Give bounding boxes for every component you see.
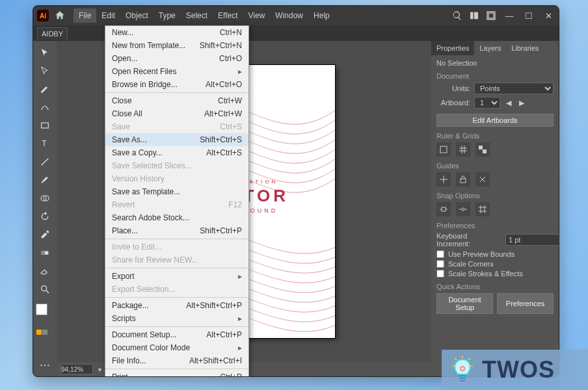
titlebar: Ai File Edit Object Type Select Effect V…	[33, 6, 559, 25]
eraser-tool[interactable]	[37, 263, 53, 279]
svg-rect-15	[483, 150, 487, 153]
search-icon[interactable]	[452, 10, 462, 21]
panel-layout-icon[interactable]	[469, 10, 479, 21]
file-menu-item[interactable]: Document Color Mode▸	[105, 341, 248, 354]
document-setup-button[interactable]: Document Setup	[436, 293, 493, 314]
snap-point-icon[interactable]	[456, 202, 470, 216]
scale-corners-checkbox[interactable]	[436, 260, 444, 268]
scale-strokes-checkbox[interactable]	[436, 270, 444, 278]
svg-rect-17	[442, 207, 446, 211]
svg-point-20	[462, 208, 464, 211]
file-menu-item[interactable]: Scripts▸	[105, 312, 248, 325]
eyedropper-tool[interactable]	[37, 227, 53, 242]
menu-window[interactable]: Window	[270, 8, 308, 23]
rectangle-tool[interactable]	[37, 118, 53, 133]
zoom-tool[interactable]	[37, 281, 53, 297]
paintbrush-tool[interactable]	[37, 172, 53, 188]
kb-increment-label: Keyboard Increment:	[436, 232, 501, 248]
minimize-icon[interactable]: —	[503, 9, 516, 22]
edit-toolbar-icon[interactable]: ⋯	[37, 357, 53, 372]
artboard-prev-icon[interactable]: ◀	[504, 98, 513, 107]
rotate-tool[interactable]	[37, 209, 53, 224]
ai-logo-icon: Ai	[37, 10, 49, 21]
section-preferences: Preferences	[436, 222, 554, 229]
file-menu-item[interactable]: Package...Alt+Shift+Ctrl+P	[105, 299, 248, 312]
menu-type[interactable]: Type	[154, 8, 181, 23]
svg-text:T: T	[42, 139, 47, 148]
file-menu-item: RevertF12	[105, 198, 248, 211]
menu-select[interactable]: Select	[181, 8, 213, 23]
file-menu-item[interactable]: Document Setup...Alt+Ctrl+P	[105, 328, 248, 341]
file-menu-item[interactable]: Browse in Bridge...Alt+Ctrl+O	[105, 78, 248, 91]
section-document: Document	[436, 72, 554, 80]
svg-rect-10	[42, 251, 45, 254]
lightbulb-icon	[448, 354, 477, 385]
transparency-grid-icon[interactable]	[475, 142, 490, 157]
direct-selection-tool[interactable]	[37, 63, 53, 79]
home-icon[interactable]	[54, 10, 66, 21]
file-menu-item[interactable]: Place...Shift+Ctrl+P	[105, 224, 248, 237]
preview-bounds-checkbox[interactable]	[436, 250, 444, 258]
fill-stroke-swatch[interactable]	[36, 304, 54, 322]
svg-rect-14	[479, 146, 483, 150]
shape-builder-tool[interactable]	[37, 190, 53, 206]
units-label: Units:	[436, 84, 470, 92]
gradient-tool[interactable]	[37, 245, 53, 261]
lock-guides-icon[interactable]	[456, 172, 470, 187]
svg-rect-4	[42, 123, 49, 128]
tab-layers[interactable]: Layers	[474, 41, 506, 55]
menu-file[interactable]: File	[74, 8, 96, 23]
curvature-tool[interactable]	[37, 99, 53, 115]
zoom-input[interactable]	[60, 364, 93, 374]
file-menu-item[interactable]: Save As...Shift+Ctrl+S	[105, 133, 248, 146]
preferences-button[interactable]: Preferences	[497, 293, 554, 314]
panel-tabs: Properties Layers Libraries	[431, 41, 559, 55]
file-menu-item[interactable]: CloseCtrl+W	[105, 94, 248, 107]
units-select[interactable]: Points	[474, 83, 554, 94]
file-menu-item[interactable]: New...Ctrl+N	[105, 26, 248, 39]
maximize-icon[interactable]: ☐	[522, 9, 535, 22]
ruler-icon[interactable]	[436, 142, 451, 157]
tab-properties[interactable]: Properties	[431, 41, 474, 55]
smart-guides-icon[interactable]	[475, 172, 490, 187]
tab-libraries[interactable]: Libraries	[506, 41, 544, 55]
snap-pixel-icon[interactable]	[436, 202, 451, 216]
menu-object[interactable]: Object	[120, 8, 154, 23]
menubar: File Edit Object Type Select Effect View…	[74, 8, 335, 23]
zoom-dropdown-icon[interactable]: ▾	[98, 366, 101, 373]
file-menu-item[interactable]: Export▸	[105, 270, 248, 283]
file-menu-item[interactable]: Save as Template...	[105, 185, 248, 198]
show-guides-icon[interactable]	[436, 172, 451, 187]
file-menu-item[interactable]: Close AllAlt+Ctrl+W	[105, 107, 248, 120]
artboard-select[interactable]: 1	[474, 97, 500, 109]
menu-help[interactable]: Help	[308, 8, 335, 23]
menu-view[interactable]: View	[243, 8, 271, 23]
svg-point-21	[461, 367, 464, 370]
section-quick: Quick Actions	[436, 283, 554, 291]
file-menu-item[interactable]: File Info...Alt+Shift+Ctrl+I	[105, 354, 248, 367]
menu-edit[interactable]: Edit	[96, 8, 120, 23]
file-menu-item[interactable]: Save a Copy...Alt+Ctrl+S	[105, 146, 248, 159]
file-menu-item[interactable]: Search Adobe Stock...	[105, 211, 248, 224]
close-icon[interactable]: ✕	[542, 9, 555, 22]
kb-increment-input[interactable]	[505, 234, 559, 246]
draw-mode-icons[interactable]	[36, 330, 53, 335]
scale-corners-label: Scale Corners	[448, 260, 494, 268]
file-menu-item: Invite to Edit...	[105, 240, 248, 254]
document-tab[interactable]: AIDBY	[37, 27, 68, 40]
file-menu-item[interactable]: Open...Ctrl+O	[105, 52, 248, 65]
workspace-switcher-icon[interactable]	[486, 10, 496, 21]
edit-artboards-button[interactable]: Edit Artboards	[436, 114, 554, 127]
artboard-next-icon[interactable]: ▶	[517, 98, 526, 107]
selection-tool[interactable]	[37, 45, 53, 60]
line-tool[interactable]	[37, 154, 53, 170]
grid-icon[interactable]	[456, 142, 470, 157]
snap-grid-icon[interactable]	[475, 202, 490, 216]
menu-effect[interactable]: Effect	[213, 8, 243, 23]
type-tool[interactable]: T	[37, 136, 53, 151]
file-menu-item: SaveCtrl+S	[105, 120, 248, 133]
file-menu-item[interactable]: Print...Ctrl+P	[105, 370, 248, 377]
pen-tool[interactable]	[37, 81, 53, 97]
file-menu-item[interactable]: Open Recent Files▸	[105, 65, 248, 78]
file-menu-item[interactable]: New from Template...Shift+Ctrl+N	[105, 39, 248, 52]
